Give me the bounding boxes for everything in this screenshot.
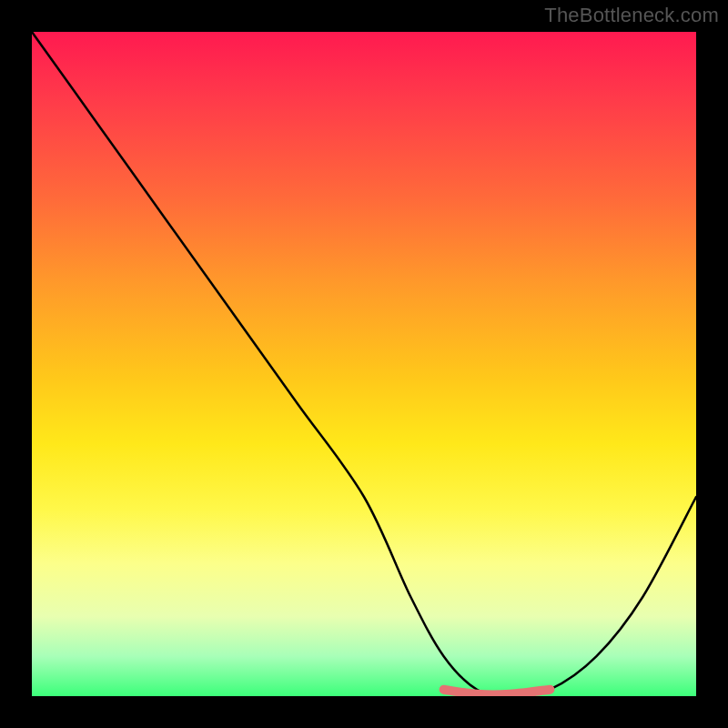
optimal-band-marker (444, 690, 551, 695)
chart-canvas (32, 32, 696, 696)
bottleneck-curve (32, 32, 696, 696)
chart-frame: TheBottleneck.com (0, 0, 728, 728)
watermark-text: TheBottleneck.com (544, 4, 719, 27)
